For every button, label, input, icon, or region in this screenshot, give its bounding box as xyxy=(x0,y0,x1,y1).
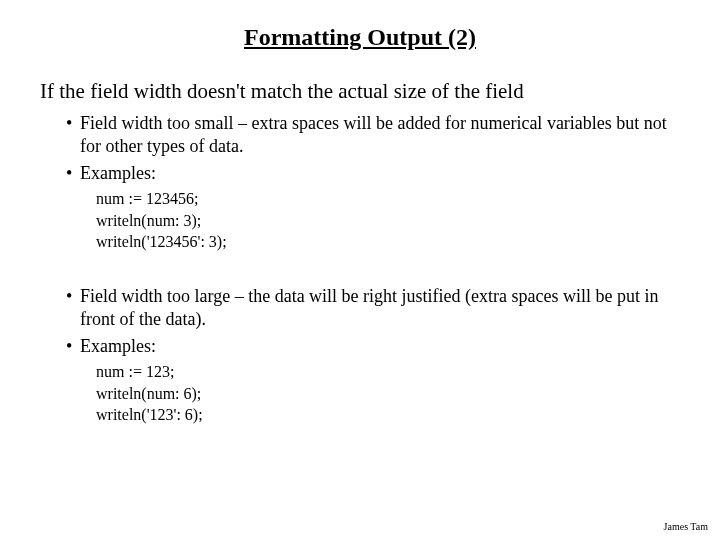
footer-author: James Tam xyxy=(664,521,708,532)
intro-text: If the field width doesn't match the act… xyxy=(40,79,680,104)
bullet-item: Examples: xyxy=(66,162,680,185)
bullet-item: Field width too large – the data will be… xyxy=(66,285,680,332)
bullet-list-1: Field width too small – extra spaces wil… xyxy=(40,112,680,185)
bullet-item: Field width too small – extra spaces wil… xyxy=(66,112,680,159)
code-line: writeln(num: 6); xyxy=(96,383,680,405)
code-line: writeln('123': 6); xyxy=(96,404,680,426)
slide-title: Formatting Output (2) xyxy=(40,24,680,51)
code-line: num := 123; xyxy=(96,361,680,383)
code-block-1: num := 123456; writeln(num: 3); writeln(… xyxy=(40,188,680,253)
bullet-item: Examples: xyxy=(66,335,680,358)
code-line: writeln('123456': 3); xyxy=(96,231,680,253)
code-block-2: num := 123; writeln(num: 6); writeln('12… xyxy=(40,361,680,426)
code-line: num := 123456; xyxy=(96,188,680,210)
code-line: writeln(num: 3); xyxy=(96,210,680,232)
bullet-list-2: Field width too large – the data will be… xyxy=(40,285,680,358)
